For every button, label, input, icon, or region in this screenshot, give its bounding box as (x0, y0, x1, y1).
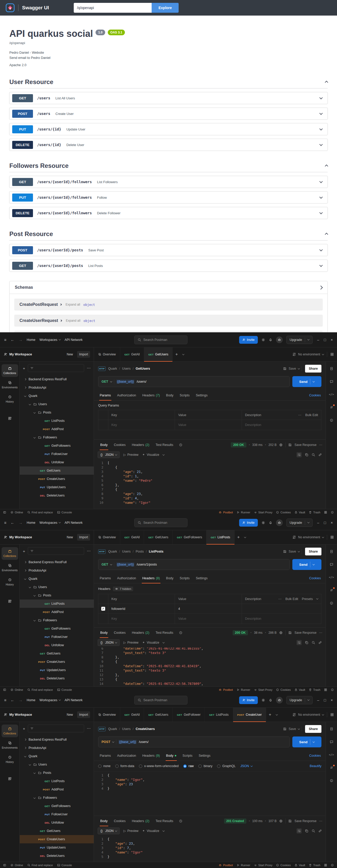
endpoint-row[interactable]: GET /users/{userId}/posts List Posts (9, 260, 328, 272)
description-input[interactable] (242, 604, 321, 614)
online-status[interactable]: Online (10, 688, 23, 691)
sidebar-item-flows[interactable] (2, 597, 18, 606)
tree-item[interactable]: DEL DeleteUsers (20, 491, 94, 500)
cookies-button[interactable]: Cookies (276, 864, 291, 867)
request-config-tab[interactable]: Authorization (114, 750, 139, 761)
cookies-link[interactable]: Cookies (309, 394, 323, 397)
back-icon[interactable]: ← (11, 520, 15, 525)
method-select[interactable]: GET (102, 380, 108, 383)
invite-button[interactable]: Invite (239, 696, 258, 704)
value-input[interactable]: Value (175, 420, 242, 430)
new-button[interactable]: New (65, 351, 75, 358)
tree-item[interactable]: Backend Express RestFull (20, 736, 94, 744)
endpoint-row[interactable]: DELETE /users/{id} Delete User (9, 139, 328, 151)
request-tab[interactable]: GET GetAll (120, 530, 144, 544)
caret-icon[interactable] (28, 763, 32, 766)
postbot-button[interactable]: Postbot (219, 511, 233, 514)
tree-item[interactable]: DEL Unfollow (20, 458, 94, 466)
response-more-icon[interactable]: ⋯ (319, 631, 322, 634)
tree-item[interactable]: PUT FollowUser (20, 450, 94, 458)
request-tab[interactable]: GET GetUsers (144, 708, 173, 722)
request-config-tab[interactable]: Settings (193, 573, 210, 583)
settings-icon[interactable] (261, 521, 265, 525)
copy-icon[interactable] (305, 453, 308, 457)
sidebar-item-collections[interactable]: Collections (2, 724, 18, 737)
maximize-button[interactable]: □ (324, 521, 326, 525)
expand-icon[interactable] (319, 112, 323, 115)
expand-icon[interactable] (319, 264, 323, 267)
forward-icon[interactable]: → (19, 520, 23, 525)
help-icon[interactable] (331, 688, 334, 691)
url-input[interactable]: /users/ (139, 740, 149, 744)
contact-website-link[interactable]: Pedro Daniel - Website (9, 51, 328, 55)
request-config-tab[interactable]: Scripts (176, 573, 193, 583)
response-time[interactable]: 338 ms (252, 443, 262, 447)
share-button[interactable]: Share (305, 365, 321, 373)
nav-api-network[interactable]: API Network (65, 521, 83, 525)
start-proxy-button[interactable]: Start Proxy (254, 511, 272, 514)
method-select[interactable]: POST (102, 740, 110, 744)
tree-item[interactable]: DEL Unfollow (20, 641, 94, 649)
caret-icon[interactable] (33, 652, 36, 655)
documentation-icon[interactable] (330, 367, 333, 370)
expand-icon[interactable] (319, 96, 323, 99)
tree-item[interactable]: GET GetFollowers (20, 441, 94, 450)
nav-workspaces[interactable]: Workspaces (39, 699, 60, 702)
console-button[interactable]: Console (57, 511, 72, 514)
sidebar-more-icon[interactable]: ⋯ (87, 549, 91, 553)
endpoint-row[interactable]: POST /users Create User (9, 107, 328, 120)
license-link[interactable]: Apache 2.0 (9, 63, 328, 67)
nav-workspaces[interactable]: Workspaces (39, 521, 60, 525)
endpoint-row[interactable]: PUT /users/{id} Update User (9, 123, 328, 135)
response-body-json[interactable]: 6 "dateTime": "2025-01-06T22:48:41.86155… (94, 648, 326, 686)
caret-icon[interactable] (23, 738, 27, 741)
network-info-icon[interactable] (279, 631, 283, 634)
comments-icon[interactable] (330, 380, 333, 383)
upgrade-button[interactable]: Upgrade (286, 696, 313, 704)
key-input[interactable]: followerId (108, 604, 175, 614)
request-config-tab[interactable]: Headers(8) (139, 573, 163, 583)
avatar[interactable] (276, 697, 283, 704)
breadcrumb-item[interactable]: Quark (108, 367, 122, 370)
new-tab-button[interactable]: + (173, 347, 180, 361)
tree-item[interactable]: Quark (20, 575, 94, 583)
add-collection-button[interactable]: + (23, 726, 25, 731)
menu-icon[interactable]: ≡ (4, 338, 6, 342)
tree-item[interactable]: ProdutosApi (20, 566, 94, 575)
value-input[interactable]: 4 (175, 604, 242, 614)
tree-item[interactable]: POST CreateUsers (20, 835, 94, 843)
endpoint-row[interactable]: POST /users/{userId}/posts Save Post (9, 244, 328, 256)
panel-layout-icon[interactable] (324, 864, 327, 867)
response-tab[interactable]: Headers(2) (129, 627, 153, 638)
copy-icon[interactable] (305, 829, 308, 833)
expand-icon[interactable] (319, 285, 323, 289)
caret-icon[interactable] (23, 394, 27, 398)
caret-icon[interactable] (37, 419, 41, 423)
request-config-tab[interactable]: Scripts (176, 390, 193, 400)
response-history-icon[interactable] (179, 819, 182, 823)
response-time[interactable]: 38 ms (254, 631, 262, 634)
hidden-headers-toggle[interactable]: 7 hidden (113, 587, 133, 591)
cookies-button[interactable]: Cookies (276, 688, 291, 691)
tree-item[interactable]: DEL DeleteUsers (20, 674, 94, 683)
url-input[interactable]: /users/ (137, 380, 146, 383)
tree-item[interactable]: GET GetUsers (20, 649, 94, 658)
avatar[interactable] (276, 519, 283, 526)
vault-button[interactable]: Vault (294, 688, 305, 691)
expand-icon[interactable] (319, 180, 323, 183)
request-tab[interactable]: GET GetAll (120, 708, 144, 722)
response-size[interactable]: 107 B (269, 819, 277, 823)
breadcrumb-item[interactable]: Users (122, 550, 136, 553)
network-info-icon[interactable] (279, 443, 283, 447)
vault-button[interactable]: Vault (294, 864, 305, 867)
request-body-editor[interactable]: 1{2 "name": "Igor",3 "age": 234} (94, 771, 326, 810)
tree-item[interactable]: PUT UpdateUsers (20, 666, 94, 674)
trash-button[interactable]: Trash (309, 864, 320, 867)
runner-button[interactable]: Runner (236, 511, 250, 514)
tree-item[interactable]: PUT UpdateUsers (20, 843, 94, 851)
sidebar-item-history[interactable]: History (2, 393, 18, 405)
close-button[interactable]: × (331, 698, 333, 702)
tree-item[interactable]: Quark (20, 392, 94, 400)
tree-item[interactable]: GET ListPosts (20, 777, 94, 785)
caret-icon[interactable] (37, 812, 41, 816)
